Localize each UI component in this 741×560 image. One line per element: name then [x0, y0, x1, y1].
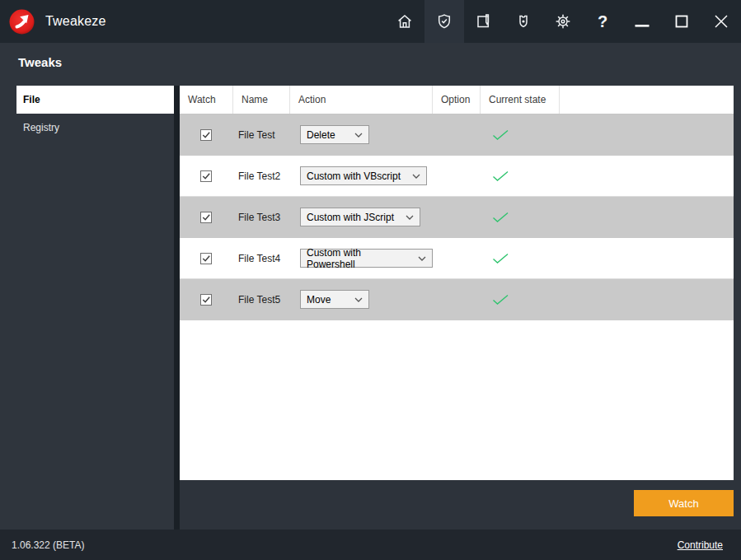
badge-button[interactable]	[504, 0, 543, 43]
action-select-value: Move	[307, 294, 331, 306]
page-heading-area: Tweaks	[0, 43, 741, 86]
watch-checkbox[interactable]	[200, 253, 212, 264]
empty-cell	[560, 156, 734, 196]
table-header: Watch Name Action Option Current state	[180, 86, 734, 114]
action-bar: Watch	[180, 480, 741, 530]
option-cell	[433, 197, 481, 237]
question-mark-icon: ?	[598, 12, 607, 31]
column-header-option[interactable]: Option	[433, 86, 481, 114]
option-cell	[433, 238, 481, 278]
sidebar-divider	[174, 86, 180, 530]
badge-icon	[514, 12, 533, 31]
chevron-down-icon	[406, 215, 414, 220]
column-header-current-state[interactable]: Current state	[481, 86, 560, 114]
tweaks-shield-button[interactable]	[424, 0, 464, 43]
minimize-icon	[632, 12, 652, 31]
state-ok-icon	[492, 212, 509, 223]
tweak-name: File Test3	[238, 212, 280, 223]
contribute-link[interactable]: Contribute	[678, 539, 723, 551]
state-ok-icon	[492, 294, 509, 306]
home-icon	[395, 12, 415, 31]
action-select[interactable]: Move	[300, 290, 369, 309]
close-button[interactable]	[701, 0, 741, 43]
sidebar-item-file[interactable]: File	[16, 86, 174, 114]
table-row: File Test4 Custom with Powershell	[180, 238, 734, 279]
tweak-name: File Test5	[238, 294, 280, 306]
action-select[interactable]: Delete	[300, 125, 369, 144]
state-ok-icon	[492, 170, 509, 182]
close-icon	[711, 12, 731, 31]
toolbar: ?	[385, 0, 741, 43]
watch-button[interactable]: Watch	[634, 490, 734, 516]
chevron-down-icon	[354, 133, 363, 138]
tweak-name: File Test2	[238, 170, 280, 182]
state-ok-icon	[492, 253, 509, 264]
minimize-button[interactable]	[622, 0, 662, 43]
empty-cell	[560, 197, 734, 237]
empty-cell	[560, 279, 734, 320]
tweaks-table: Watch Name Action Option Current state F…	[180, 86, 734, 480]
sidebar-item-registry[interactable]: Registry	[0, 114, 174, 142]
action-select-value: Custom with VBscript	[307, 170, 401, 182]
tweak-name: File Test4	[238, 253, 280, 264]
option-cell	[433, 279, 481, 320]
page-body: File Registry Watch Name Action Option C…	[0, 86, 741, 530]
action-select[interactable]: Custom with VBscript	[300, 166, 427, 185]
version-label: 1.06.322 (BETA)	[12, 539, 85, 551]
sidebar-item-label: File	[23, 94, 40, 105]
maximize-button[interactable]	[662, 0, 701, 43]
app-logo-icon	[8, 8, 35, 35]
chevron-down-icon	[418, 256, 426, 261]
tweak-name: File Test	[238, 129, 274, 141]
column-header-watch[interactable]: Watch	[180, 86, 233, 114]
action-select[interactable]: Custom with Powershell	[300, 249, 433, 268]
statusbar: 1.06.322 (BETA) Contribute	[0, 530, 741, 560]
table-row: File Test3 Custom with JScript	[180, 197, 734, 238]
help-button[interactable]: ?	[583, 0, 622, 43]
gear-icon	[553, 12, 573, 31]
home-button[interactable]	[385, 0, 424, 43]
action-select-value: Delete	[307, 129, 335, 141]
chevron-down-icon	[412, 174, 420, 179]
table-row: File Test Delete	[180, 114, 734, 156]
chevron-down-icon	[354, 297, 363, 302]
action-select[interactable]: Custom with JScript	[300, 208, 420, 226]
empty-cell	[560, 114, 734, 155]
watch-checkbox[interactable]	[200, 170, 212, 182]
app-title: Tweakeze	[45, 14, 106, 29]
column-header-action[interactable]: Action	[290, 86, 433, 114]
column-header-empty	[560, 86, 734, 114]
sidebar: File Registry	[0, 86, 174, 530]
page-title: Tweaks	[18, 55, 741, 69]
settings-button[interactable]	[543, 0, 583, 43]
table-row: File Test5 Move	[180, 279, 734, 320]
action-select-value: Custom with JScript	[307, 212, 394, 223]
journal-button[interactable]	[464, 0, 504, 43]
journal-pen-icon	[474, 12, 494, 31]
table-row: File Test2 Custom with VBscript	[180, 156, 734, 197]
maximize-icon	[672, 12, 692, 31]
action-select-value: Custom with Powershell	[307, 247, 406, 270]
column-header-name[interactable]: Name	[233, 86, 290, 114]
option-cell	[433, 156, 481, 196]
titlebar: Tweakeze	[0, 0, 741, 43]
app-window: Tweakeze	[0, 0, 741, 560]
main-panel: Watch Name Action Option Current state F…	[180, 86, 741, 530]
watch-checkbox[interactable]	[200, 129, 212, 141]
option-cell	[433, 114, 481, 155]
watch-checkbox[interactable]	[200, 294, 212, 306]
sidebar-item-label: Registry	[23, 122, 59, 133]
state-ok-icon	[492, 129, 509, 141]
shield-check-icon	[434, 12, 454, 31]
empty-cell	[560, 238, 734, 278]
watch-checkbox[interactable]	[200, 212, 212, 223]
